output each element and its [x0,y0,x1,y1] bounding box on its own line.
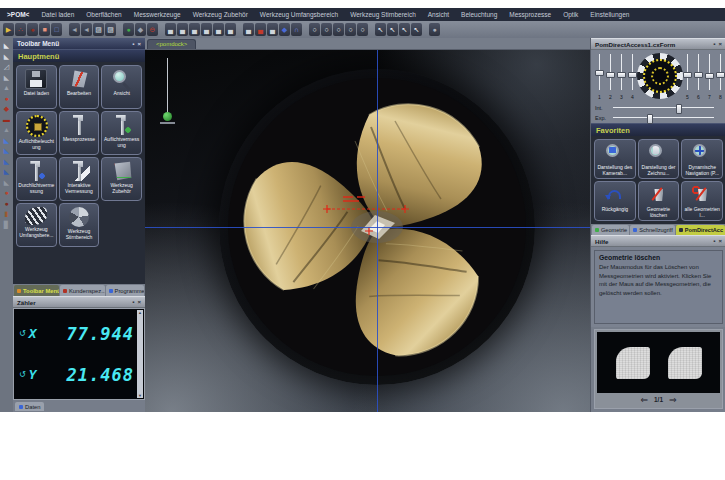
ring-light-control[interactable] [637,53,683,99]
menu-button[interactable]: Interaktive Vermessung [59,157,100,201]
menu-button[interactable]: Auflichtvermessung [101,111,142,155]
toolbar-button[interactable]: ○ [357,23,368,36]
slider-thumb[interactable] [694,72,703,78]
menu-item[interactable]: Messprozesse [509,11,551,18]
panel-tab[interactable]: PomDirectAcc [676,225,725,235]
red-bar-icon[interactable]: ▬ [3,116,10,123]
close-icon[interactable]: × [137,41,141,47]
slider-thumb[interactable] [676,104,682,114]
slider-thumb[interactable] [705,73,714,79]
camera-view[interactable] [145,50,590,412]
panel-tab[interactable]: Kundenspez... [60,285,105,296]
light-channel-slider[interactable]: 5 [683,52,692,102]
close-icon[interactable]: × [718,238,722,244]
toolbar-button[interactable]: ◄ [69,23,80,36]
menu-button[interactable]: Auflichtbeleuchtung [16,111,57,155]
menu-item[interactable]: Werkzeug Zubehör [193,11,248,18]
toolbar-button[interactable]: ◄ [81,23,92,36]
favorite-button[interactable]: Dynamische Navigation (P... [681,139,723,179]
blue-corner-icon[interactable]: ◣ [4,168,9,175]
menu-item[interactable]: Werkzeug Umfangsbereich [260,11,338,18]
toolbar-button[interactable]: ▨ [93,23,104,36]
menu-button[interactable]: Datei laden [16,65,57,109]
panel-tab[interactable]: Toolbar Menü [14,285,59,296]
menu-item[interactable]: Ansicht [428,11,449,18]
menu-button[interactable]: Bearbeiten [59,65,100,109]
prev-page-button[interactable]: ⇐ [640,395,648,405]
close-icon[interactable]: × [718,41,722,47]
light-channel-slider[interactable]: 7 [705,52,714,102]
toolbar-button[interactable]: ○ [321,23,332,36]
triangle-tool-icon[interactable]: ▲ [3,84,10,91]
menu-button[interactable]: Ansicht [101,65,142,109]
dark-red-dot-icon[interactable]: ● [4,200,8,207]
axis-zero-icon[interactable]: ↺ [19,370,26,379]
menu-button[interactable]: Werkzeug Zubehör [101,157,142,201]
panel-tab[interactable]: Schnellzugriff [630,225,675,235]
pin-icon[interactable]: ▪ [713,238,715,244]
light-channel-slider[interactable]: 3 [617,52,626,102]
slider-thumb[interactable] [647,114,653,124]
menu-button[interactable]: Durchlichtvermessung [16,157,57,201]
menu-item[interactable]: Optik [563,11,578,18]
blue-corner-icon[interactable]: ◣ [4,158,9,165]
corner-tool-icon[interactable]: ◣ [4,53,9,60]
toolbar-button[interactable]: ▄ [177,23,188,36]
blue-corner-icon[interactable]: ◣ [4,147,9,154]
toolbar-button[interactable]: ▄ [165,23,176,36]
menu-item[interactable]: Beleuchtung [461,11,497,18]
close-icon[interactable]: × [137,299,141,305]
light-channel-slider[interactable]: 4 [628,52,637,102]
toolbar-button[interactable]: ∴ [15,23,26,36]
panel-tab[interactable]: Programme [106,285,144,296]
toolbar-button[interactable]: ○ [309,23,320,36]
toolbar-button[interactable]: ∩ [291,23,302,36]
menu-item[interactable]: Einstellungen [590,11,629,18]
menu-item[interactable]: Datei laden [41,11,74,18]
favorite-button[interactable]: Geometrie löschen [638,181,680,221]
toolbar-button[interactable]: ◆ [135,23,146,36]
favorite-button[interactable]: Darstellung des Kamerab... [594,139,636,179]
exposure-slider[interactable] [613,114,714,122]
toolbar-button[interactable]: ▄ [225,23,236,36]
toolbar-button[interactable]: ● [123,23,134,36]
gray-corner-icon[interactable]: ◣ [4,179,9,186]
slider-thumb[interactable] [683,72,692,78]
toolbar-button[interactable]: ↖ [411,23,422,36]
menu-button[interactable]: Werkzeug Stirnbereich [59,203,100,247]
red-marker-icon[interactable]: ● [4,95,8,102]
toolbar-button[interactable]: ↖ [375,23,386,36]
toolbar-button[interactable]: ▶ [3,23,14,36]
menu-button[interactable]: Werkzeug Umfangsbere... [16,203,57,247]
light-channel-slider[interactable]: 2 [606,52,615,102]
gray-triangle-icon[interactable]: ▲ [3,126,10,133]
blue-corner-icon[interactable]: ◣ [4,137,9,144]
next-page-button[interactable]: ⇒ [669,395,677,405]
tab-daten[interactable]: Daten [15,402,44,411]
toolbar-button[interactable]: ↖ [399,23,410,36]
toolbar-button[interactable]: ◆ [279,23,290,36]
pin-icon[interactable]: ▪ [132,299,134,305]
panel-tab[interactable]: Geometrie [592,225,629,235]
toolbar-button[interactable]: □ [51,23,62,36]
pin-icon[interactable]: ▪ [132,41,134,47]
toolbar-button[interactable]: ▄ [255,23,266,36]
menu-item[interactable]: Oberflächen [86,11,121,18]
toolbar-button[interactable]: ▄ [213,23,224,36]
chart-tool-icon[interactable]: ▊ [4,221,9,228]
slider-thumb[interactable] [606,72,615,78]
toolbar-button[interactable]: ⊖ [147,23,158,36]
brown-tool-icon[interactable]: ▮ [5,210,9,217]
geometry-thumbnail[interactable] [668,347,702,379]
angle-tool-icon[interactable]: ◿ [4,63,9,70]
corner-tool-icon[interactable]: ◣ [4,42,9,49]
menu-button[interactable]: Messprozesse [59,111,100,155]
viewport-tab[interactable]: <pomdock> [147,39,196,49]
slider-thumb[interactable] [617,72,626,78]
toolbar-button[interactable]: ▄ [267,23,278,36]
focus-marker[interactable] [163,112,172,121]
favorite-button[interactable]: Darstellung der Zeichnu... [638,139,680,179]
slider-thumb[interactable] [716,72,725,78]
light-channel-slider[interactable]: 1 [595,52,604,102]
menu-item[interactable]: Werkzeug Stirnbereich [350,11,416,18]
